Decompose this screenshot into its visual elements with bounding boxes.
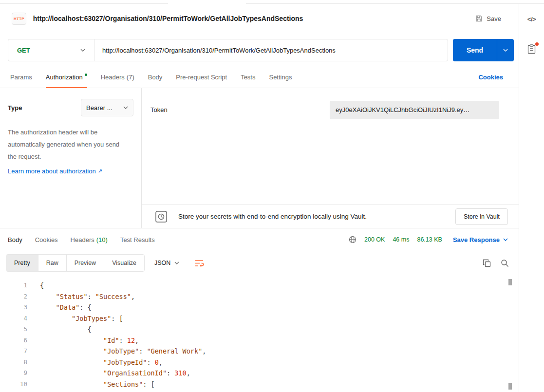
tab-headers[interactable]: Headers (7) xyxy=(101,66,134,88)
chevron-down-icon xyxy=(503,49,508,52)
tab-body[interactable]: Body xyxy=(148,66,163,88)
tab-label: Test Results xyxy=(120,236,155,243)
response-tab-headers[interactable]: Headers (10) xyxy=(71,236,108,243)
learn-more-label: Learn more about authorization xyxy=(8,168,96,175)
vault-icon xyxy=(155,210,168,223)
tab-strip-divider xyxy=(246,3,544,4)
view-preview[interactable]: Preview xyxy=(67,255,104,271)
url-input[interactable] xyxy=(94,39,448,61)
response-header: Body Cookies Headers (10) Test Results 2… xyxy=(0,228,519,251)
line-numbers: 12345678910 xyxy=(0,280,27,392)
tab-tests[interactable]: Tests xyxy=(241,66,255,88)
tab-label: Headers xyxy=(101,74,125,81)
response-tab-test-results[interactable]: Test Results xyxy=(120,236,155,243)
request-header: HTTP http://localhost:63027/Organisation… xyxy=(0,4,519,33)
tab-count: (10) xyxy=(96,236,108,243)
view-pretty[interactable]: Pretty xyxy=(6,255,38,271)
vault-message: Store your secrets with end-to-end encry… xyxy=(178,213,445,220)
format-select[interactable]: JSON xyxy=(154,260,179,266)
response-panel: Body Cookies Headers (10) Test Results 2… xyxy=(0,228,519,392)
search-icon[interactable] xyxy=(500,258,510,268)
chevron-down-icon xyxy=(123,106,128,109)
token-row: Token eyJ0eXAiOiJKV1QiLCJhbGciOiJIUzI1Ni… xyxy=(142,88,519,205)
chevron-down-icon xyxy=(174,261,179,264)
request-title: http://localhost:63027/Organisation/310/… xyxy=(33,15,303,22)
method-select[interactable]: GET xyxy=(8,39,94,61)
tab-count: (7) xyxy=(127,74,134,81)
store-in-vault-button[interactable]: Store in Vault xyxy=(455,208,508,225)
copy-icon[interactable] xyxy=(482,258,492,268)
notification-dot xyxy=(535,42,539,46)
format-label: JSON xyxy=(154,260,170,266)
code-icon: </> xyxy=(527,16,536,23)
wrap-line-icon[interactable] xyxy=(193,258,206,269)
save-button[interactable]: Save xyxy=(472,14,504,23)
send-button[interactable]: Send xyxy=(453,39,497,61)
auth-help-text: The authorization header will be automat… xyxy=(8,126,125,163)
cookies-link[interactable]: Cookies xyxy=(478,74,503,81)
response-tab-body[interactable]: Body xyxy=(8,236,22,243)
tab-params[interactable]: Params xyxy=(10,66,32,88)
request-bar: GET Send xyxy=(8,39,514,61)
save-response-button[interactable]: Save Response xyxy=(450,236,511,244)
response-size: 86.13 KB xyxy=(417,236,442,243)
save-button-label: Save xyxy=(487,15,501,22)
horizontal-scrollbar-thumb[interactable] xyxy=(508,383,512,390)
code-lines: { "Status": "Success", "Data": { "JobTyp… xyxy=(27,280,206,392)
tab-label: Params xyxy=(10,74,32,81)
vertical-scrollbar-thumb[interactable] xyxy=(508,279,512,285)
view-mode-group: Pretty Raw Preview Visualize xyxy=(6,254,145,272)
auth-type-label: Type xyxy=(8,104,22,112)
save-response-label: Save Response xyxy=(453,236,500,243)
tab-label: Authorization xyxy=(46,74,83,81)
context-sidebar: </> xyxy=(519,4,544,392)
tab-pre-request-script[interactable]: Pre-request Script xyxy=(176,66,227,88)
tab-strip-divider xyxy=(0,3,168,4)
response-tab-cookies[interactable]: Cookies xyxy=(35,236,58,243)
tab-authorization[interactable]: Authorization xyxy=(46,66,87,88)
response-time: 46 ms xyxy=(393,236,409,243)
auth-type-select[interactable]: Bearer ... xyxy=(81,99,133,116)
tab-label: Cookies xyxy=(35,236,58,243)
status-code: 200 OK xyxy=(364,236,385,243)
auth-type-value: Bearer ... xyxy=(86,104,112,112)
workspace-tab-strip xyxy=(0,0,544,4)
save-icon xyxy=(475,15,483,22)
response-body-viewer[interactable]: 12345678910 { "Status": "Success", "Data… xyxy=(0,275,519,392)
tab-label: Pre-request Script xyxy=(176,74,227,81)
external-link-icon: ↗ xyxy=(98,168,102,174)
request-info-button[interactable] xyxy=(525,42,539,56)
auth-configured-dot xyxy=(85,74,87,76)
tab-label: Headers xyxy=(71,236,94,243)
tab-settings[interactable]: Settings xyxy=(269,66,292,88)
send-options-button[interactable] xyxy=(497,39,514,61)
tab-label: Settings xyxy=(269,74,292,81)
token-label: Token xyxy=(150,106,168,113)
checklist-icon xyxy=(527,44,536,54)
vault-banner: Store your secrets with end-to-end encry… xyxy=(142,205,519,228)
method-label: GET xyxy=(17,47,30,54)
request-tabs: Params Authorization Headers (7) Body Pr… xyxy=(0,66,519,88)
learn-more-link[interactable]: Learn more about authorization ↗ xyxy=(8,168,102,175)
view-visualize[interactable]: Visualize xyxy=(104,255,144,271)
chevron-down-icon xyxy=(503,238,508,241)
authorization-panel: Type Bearer ... The authorization header… xyxy=(0,88,519,228)
authorization-sidebar: Type Bearer ... The authorization header… xyxy=(0,88,142,228)
token-input[interactable]: eyJ0eXAiOiJKV1QiLCJhbGciOiJIUzI1NiJ9.ey… xyxy=(330,101,499,119)
chevron-down-icon xyxy=(80,49,85,52)
response-toolbar: Pretty Raw Preview Visualize JSON xyxy=(0,251,519,275)
postman-app: HTTP http://localhost:63027/Organisation… xyxy=(0,0,544,392)
tab-label: Body xyxy=(148,74,163,81)
tab-label: Body xyxy=(8,236,22,243)
tab-label: Tests xyxy=(241,74,255,81)
http-method-badge: HTTP xyxy=(12,13,26,25)
network-globe-icon[interactable] xyxy=(349,236,356,243)
view-raw[interactable]: Raw xyxy=(38,255,67,271)
code-snippet-button[interactable]: </> xyxy=(525,12,539,26)
